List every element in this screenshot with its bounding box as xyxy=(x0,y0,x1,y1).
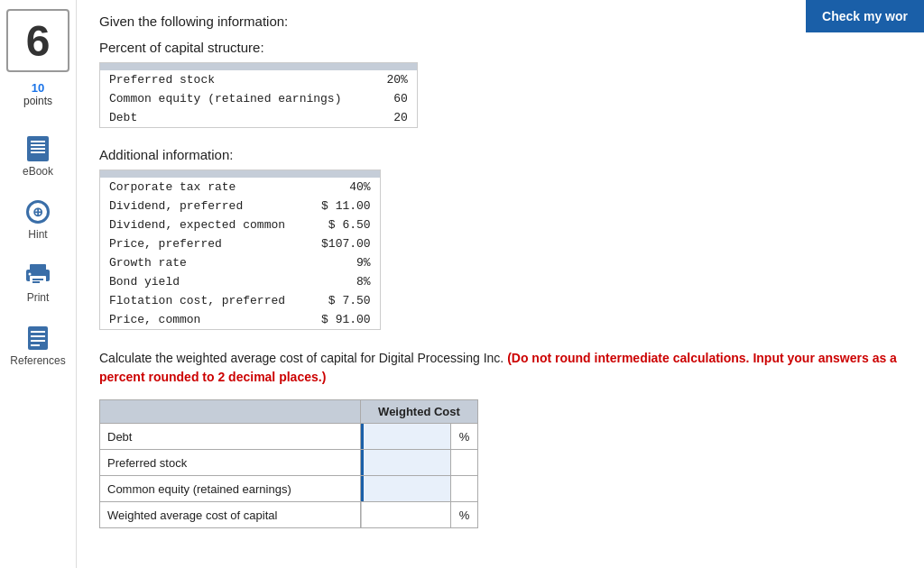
unit-label: % xyxy=(451,502,478,528)
list-item: Bond yield8% xyxy=(100,272,380,291)
unit-label xyxy=(451,476,478,502)
unit-label xyxy=(451,450,478,476)
list-item: Common equity (retained earnings)60 xyxy=(100,89,417,108)
points-display: 10 points xyxy=(23,81,52,107)
hint-label: Hint xyxy=(28,228,47,241)
table-row: Weighted average cost of capital% xyxy=(100,502,478,528)
answer-table-cost-header: Weighted Cost xyxy=(361,400,478,424)
instruction-text: Calculate the weighted average cost of c… xyxy=(99,349,901,387)
answer-input-weighted-average-cost-of-capital[interactable] xyxy=(361,502,450,527)
list-item: Flotation cost, preferred$ 7.50 xyxy=(100,291,380,310)
svg-rect-9 xyxy=(31,340,45,342)
sidebar-item-print[interactable]: Print xyxy=(0,252,76,315)
table-row: Preferred stock xyxy=(100,450,478,476)
references-icon xyxy=(25,325,51,351)
answer-input-common-equity-(retained-earnings)[interactable] xyxy=(361,476,450,501)
table-row: Debt% xyxy=(100,424,478,450)
print-label: Print xyxy=(27,291,50,304)
references-label: References xyxy=(10,354,65,367)
instruction-normal: Calculate the weighted average cost of c… xyxy=(99,351,504,365)
list-item: Price, preferred$107.00 xyxy=(100,234,380,253)
main-content: Check my wor Given the following informa… xyxy=(77,0,924,568)
print-icon xyxy=(25,262,51,288)
svg-point-5 xyxy=(29,273,32,276)
answer-table: Weighted Cost Debt%Preferred stockCommon… xyxy=(99,399,478,528)
question-number: 6 xyxy=(6,9,69,72)
sidebar-item-hint[interactable]: ⊕ Hint xyxy=(0,188,76,252)
answer-input-preferred-stock[interactable] xyxy=(361,450,450,475)
list-item: Debt20 xyxy=(100,108,417,127)
svg-rect-3 xyxy=(32,279,43,280)
question-intro-text: Given the following information: xyxy=(99,14,901,29)
svg-rect-8 xyxy=(31,335,45,337)
answer-row-label: Preferred stock xyxy=(100,450,361,476)
list-item: Price, common$ 91.00 xyxy=(100,310,380,329)
answer-row-label: Common equity (retained earnings) xyxy=(100,476,361,502)
sidebar-item-references[interactable]: References xyxy=(0,315,76,378)
answer-row-label: Weighted average cost of capital xyxy=(100,502,361,528)
unit-label: % xyxy=(451,424,478,450)
ebook-label: eBook xyxy=(23,165,53,178)
answer-row-label: Debt xyxy=(100,424,361,450)
svg-rect-10 xyxy=(31,344,40,346)
svg-rect-4 xyxy=(32,281,40,283)
answer-table-wrapper: Weighted Cost Debt%Preferred stockCommon… xyxy=(99,399,901,528)
answer-table-label-header xyxy=(100,400,361,424)
sidebar-item-ebook[interactable]: eBook xyxy=(0,125,76,188)
svg-rect-6 xyxy=(28,326,48,350)
answer-input-debt[interactable] xyxy=(361,424,450,449)
table-row: Common equity (retained earnings) xyxy=(100,476,478,502)
svg-rect-7 xyxy=(31,331,45,333)
list-item: Growth rate9% xyxy=(100,253,380,272)
hint-icon: ⊕ xyxy=(25,199,51,224)
list-item: Preferred stock20% xyxy=(100,70,417,89)
capital-structure-title: Percent of capital structure: xyxy=(99,40,901,55)
capital-structure-table: Preferred stock20%Common equity (retaine… xyxy=(99,62,418,128)
list-item: Dividend, preferred$ 11.00 xyxy=(100,197,380,215)
check-work-button[interactable]: Check my wor xyxy=(806,0,924,32)
list-item: Dividend, expected common$ 6.50 xyxy=(100,215,380,234)
list-item: Corporate tax rate40% xyxy=(100,178,380,197)
sidebar: 6 10 points eBook ⊕ Hint Print xyxy=(0,0,77,568)
additional-info-table: Corporate tax rate40%Dividend, preferred… xyxy=(99,169,381,330)
ebook-icon xyxy=(25,136,51,161)
additional-info-title: Additional information: xyxy=(99,147,901,162)
